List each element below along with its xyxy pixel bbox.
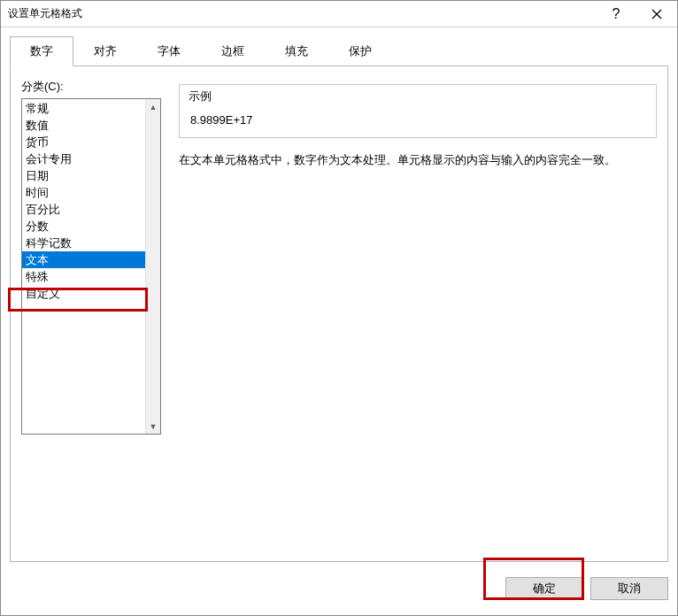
cancel-button[interactable]: 取消 [590,577,668,600]
list-item[interactable]: 科学记数 [22,235,145,251]
help-button[interactable]: ? [596,1,636,27]
list-item[interactable]: 货币 [22,134,145,150]
list-item[interactable]: 时间 [22,184,145,201]
list-item[interactable]: 常规 [22,100,145,117]
list-item-selected[interactable]: 文本 [22,251,145,268]
footer: 确定 取消 [1,562,677,615]
scrollbar[interactable]: ▲ ▼ [145,99,160,434]
tab-alignment[interactable]: 对齐 [73,36,137,66]
scroll-down-icon[interactable]: ▼ [146,419,160,434]
tab-fill[interactable]: 填充 [265,36,328,66]
tab-font[interactable]: 字体 [137,36,201,66]
titlebar: 设置单元格格式 ? [1,1,677,27]
tab-border[interactable]: 边框 [201,36,265,66]
category-listbox[interactable]: 常规 数值 货币 会计专用 日期 时间 百分比 分数 科学记数 文本 特殊 自定… [21,98,161,435]
category-label: 分类(C): [21,79,161,95]
close-button[interactable] [636,1,677,27]
list-item[interactable]: 日期 [22,167,145,184]
list-item[interactable]: 数值 [22,117,145,134]
close-icon [651,9,662,19]
example-value: 8.9899E+17 [189,113,647,127]
example-label: 示例 [189,89,647,104]
dialog-title: 设置单元格格式 [8,6,596,21]
category-list: 常规 数值 货币 会计专用 日期 时间 百分比 分数 科学记数 文本 特殊 自定… [22,99,145,434]
tab-content: 分类(C): 常规 数值 货币 会计专用 日期 时间 百分比 分数 科学记数 [10,65,668,562]
list-item[interactable]: 特殊 [22,268,145,285]
details-panel: 示例 8.9899E+17 在文本单元格格式中，数字作为文本处理。单元格显示的内… [179,79,657,549]
list-item[interactable]: 自定义 [22,285,145,302]
scroll-up-icon[interactable]: ▲ [146,99,160,114]
content-grid: 分类(C): 常规 数值 货币 会计专用 日期 时间 百分比 分数 科学记数 [21,79,657,549]
format-description: 在文本单元格格式中，数字作为文本处理。单元格显示的内容与输入的内容完全一致。 [179,150,657,170]
tab-strip: 数字 对齐 字体 边框 填充 保护 [10,36,668,65]
tab-number[interactable]: 数字 [10,36,73,66]
format-cells-dialog: 设置单元格格式 ? 数字 对齐 字体 边框 填充 保护 分类(C): 常规 数值 [0,0,678,616]
example-box: 示例 8.9899E+17 [179,84,657,138]
list-item[interactable]: 百分比 [22,201,145,218]
list-item[interactable]: 分数 [22,218,145,235]
list-item[interactable]: 会计专用 [22,150,145,167]
category-panel: 分类(C): 常规 数值 货币 会计专用 日期 时间 百分比 分数 科学记数 [21,79,161,549]
ok-button[interactable]: 确定 [505,577,583,600]
dialog-body: 数字 对齐 字体 边框 填充 保护 分类(C): 常规 数值 货币 会计专用 [1,27,677,562]
tab-protection[interactable]: 保护 [328,36,392,66]
